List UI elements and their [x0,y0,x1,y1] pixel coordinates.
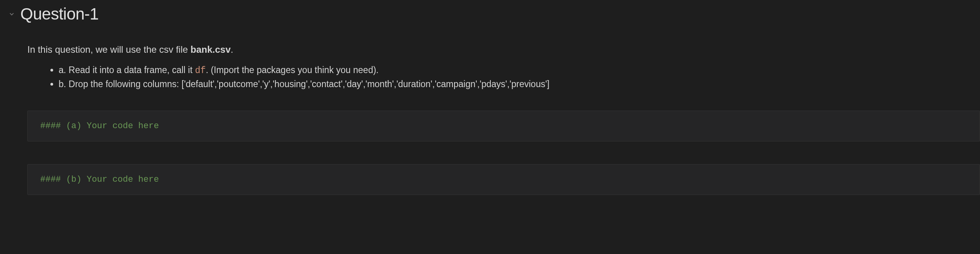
code-cell-a[interactable]: #### (a) Your code here [27,111,980,141]
list-item: b. Drop the following columns: ['default… [59,77,980,91]
bullet-a-suffix: . (Import the packages you think you nee… [206,65,379,75]
bullet-b-text: b. Drop the following columns: ['default… [59,79,549,89]
content-area: In this question, we will use the csv fi… [0,43,980,195]
section-header: Question-1 [0,0,980,27]
list-item: a. Read it into a data frame, call it df… [59,63,980,78]
chevron-down-icon[interactable] [8,10,16,18]
section-title: Question-1 [20,5,98,23]
intro-prefix: In this question, we will use the csv fi… [27,44,191,55]
code-cell-b[interactable]: #### (b) Your code here [27,164,980,195]
intro-filename: bank.csv [191,44,231,55]
intro-suffix: . [231,44,233,55]
bullet-a-prefix: a. Read it into a data frame, call it [59,65,195,75]
intro-text: In this question, we will use the csv fi… [27,43,980,56]
code-content-b: #### (b) Your code here [40,175,967,184]
code-content-a: #### (a) Your code here [40,121,967,131]
inline-code-df: df [195,66,206,76]
bullet-list: a. Read it into a data frame, call it df… [27,63,980,91]
